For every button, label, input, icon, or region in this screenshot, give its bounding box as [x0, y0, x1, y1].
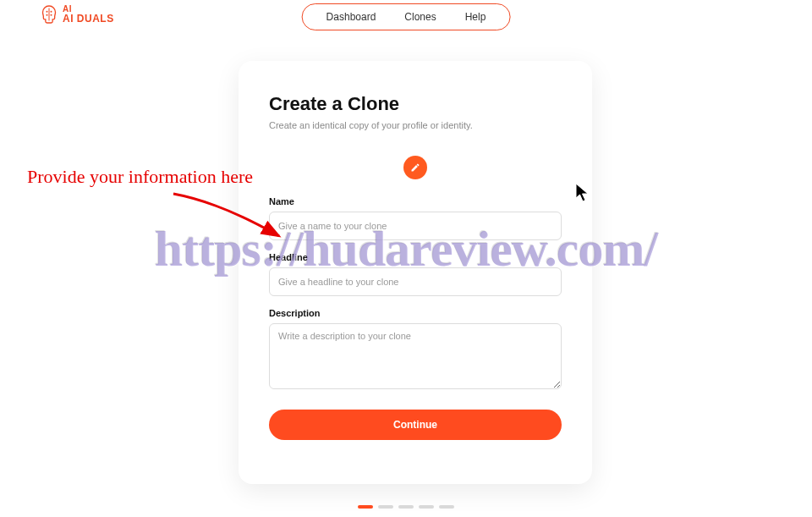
svg-point-1: [47, 11, 48, 13]
annotation-text: Provide your information here: [27, 166, 253, 188]
avatar-edit-button[interactable]: [403, 156, 427, 179]
continue-button[interactable]: Continue: [269, 410, 562, 440]
nav-help[interactable]: Help: [465, 11, 486, 23]
nav-dashboard[interactable]: Dashboard: [326, 11, 376, 23]
description-textarea[interactable]: [269, 323, 562, 389]
step-1: [358, 505, 373, 509]
headline-label: Headline: [269, 252, 562, 262]
step-indicator: [358, 505, 454, 509]
svg-point-4: [51, 14, 52, 16]
svg-point-3: [47, 14, 48, 16]
nav-clones[interactable]: Clones: [404, 11, 436, 23]
svg-point-2: [51, 11, 52, 13]
brand-name: AI AI DUALS: [63, 5, 114, 24]
card-title: Create a Clone: [269, 93, 562, 115]
card-subtitle: Create an identical copy of your profile…: [269, 120, 562, 130]
headline-input[interactable]: [269, 267, 562, 296]
pencil-icon: [410, 162, 420, 173]
brand-logo[interactable]: AI AI DUALS: [41, 5, 114, 24]
brand-logo-icon: [41, 5, 58, 24]
create-clone-card: Create a Clone Create an identical copy …: [239, 61, 592, 484]
name-label: Name: [269, 196, 562, 206]
description-label: Description: [269, 308, 562, 318]
name-input[interactable]: [269, 212, 562, 240]
step-3: [398, 505, 414, 509]
top-nav: Dashboard Clones Help: [302, 3, 511, 30]
step-4: [419, 505, 434, 509]
step-2: [378, 505, 393, 509]
step-5: [439, 505, 454, 509]
